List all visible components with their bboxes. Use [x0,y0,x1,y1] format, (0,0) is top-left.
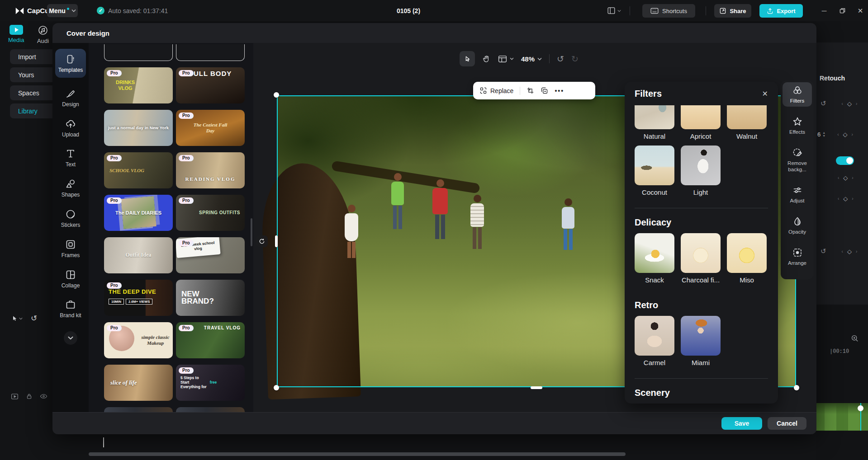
rail-item-frames[interactable]: Frames [55,239,86,259]
template-thumb-blank[interactable] [104,44,173,61]
share-button[interactable]: Share [714,4,751,18]
template-thumb-spring[interactable]: ProSPRING OUTFITS [176,195,245,231]
stepper-arrows-icon[interactable]: ▲▼ [822,131,825,137]
keyframe-diamond-icon[interactable]: ◇ [843,195,848,202]
right-rail-adjust[interactable]: Adjust [783,182,812,207]
sidebar-item-import[interactable]: Import [10,49,59,64]
lock-icon[interactable] [26,393,33,400]
filter-item-miso[interactable]: Miso [727,233,767,284]
reset-icon[interactable]: ↺ [821,99,826,108]
template-thumb-fall[interactable]: ProThe Coziest Fall Day [176,110,245,146]
menu-button[interactable]: Menu [47,4,78,17]
template-thumb-exam[interactable]: Proexam week school vlog [176,237,245,273]
selection-handle-left[interactable] [275,235,278,247]
window-close-button[interactable]: ✕ [856,0,865,21]
template-thumb-slice[interactable]: slice of life [104,365,173,401]
duplicate-button[interactable] [541,87,548,94]
template-thumb-fullbody[interactable]: ProFULL BODY [176,67,245,103]
selection-handle-bottom-left[interactable] [274,385,279,390]
prev-keyframe-icon[interactable]: ‹ [838,175,839,180]
more-options-button[interactable]: ••• [555,87,564,94]
keyframe-diamond-icon[interactable]: ◇ [847,100,852,107]
select-tool-button[interactable] [460,51,475,66]
rail-item-text[interactable]: Text [55,148,86,168]
sidebar-item-yours[interactable]: Yours [10,67,59,82]
template-thumb-drinks[interactable]: ProDRINKS VLOG [104,67,173,103]
filter-item-coconut[interactable]: Coconut [635,146,674,196]
rotate-handle[interactable] [256,235,268,247]
template-thumb-deepdive[interactable]: ProTHE DEEP DIVE10MIN2.6M+ VIEWS [104,280,173,316]
filter-item-light[interactable]: Light [681,146,721,196]
next-keyframe-icon[interactable]: › [856,101,857,106]
next-keyframe-icon[interactable]: › [856,249,857,254]
template-thumb-steps[interactable]: Pro5 Steps to Start Everything forfree [176,365,245,401]
tab-audio[interactable]: Audi [37,25,49,44]
filter-item-carmel[interactable]: Carmel [635,316,674,366]
timeline-clip[interactable] [813,403,868,431]
rail-item-collage[interactable]: Collage [55,269,86,289]
template-thumb-cut[interactable] [104,407,173,412]
template-scrollbar[interactable] [251,218,252,246]
rail-item-stickers[interactable]: Stickers [55,209,86,229]
value-stepper[interactable]: 6 ▲▼ [817,131,825,138]
timeline-zoom-button[interactable] [850,334,859,343]
redo-button[interactable]: ↻ [571,54,579,64]
selection-handle-bottom[interactable] [531,386,542,389]
export-button[interactable]: Export [759,4,803,18]
layout-toggle-button[interactable] [607,0,621,21]
sidebar-item-library[interactable]: Library [10,103,59,118]
template-thumb-newyork[interactable]: just a normal day in New York [104,110,173,146]
rail-item-templates[interactable]: Templates [55,49,86,78]
save-button[interactable]: Save [721,417,762,430]
window-restore-button[interactable] [838,0,847,21]
keyframe-diamond-icon[interactable]: ◇ [843,131,848,138]
template-thumb-cut[interactable] [176,407,245,412]
zoom-level-control[interactable]: 48% [521,55,542,63]
preview-track-icon[interactable] [11,393,19,400]
view-layout-button[interactable] [498,55,514,63]
template-thumb-travel[interactable]: ProTRAVEL VLOG [176,322,245,358]
toggle-switch-on[interactable] [836,156,854,165]
next-keyframe-icon[interactable]: › [852,132,853,137]
right-rail-removebg[interactable]: Remove backg... [783,145,812,175]
eye-icon[interactable] [40,393,47,399]
template-thumb-newbrand[interactable]: NEW BRAND? [176,280,245,316]
hand-tool-button[interactable] [482,55,491,63]
rail-item-upload[interactable]: Upload [55,118,86,138]
cancel-button[interactable]: Cancel [768,417,806,430]
prev-keyframe-icon[interactable]: ‹ [842,249,843,254]
filter-item-miami[interactable]: Miami [681,316,721,366]
next-keyframe-icon[interactable]: › [852,196,853,201]
right-rail-opacity[interactable]: Opacity [783,213,812,238]
keyframe-diamond-icon[interactable]: ◇ [847,248,852,255]
template-thumb-reading[interactable]: ProREADING VLOG [176,152,245,188]
right-rail-filters[interactable]: Filters [783,82,812,107]
template-thumb-diaries[interactable]: ProThe DAILY DIARIES [104,195,173,231]
shortcuts-button[interactable]: Shortcuts [642,4,695,18]
template-thumb-blank[interactable] [176,44,245,61]
selection-handle-top-left[interactable] [274,92,279,98]
template-thumb-makeup[interactable]: Prosimple classic Makeup [104,322,173,358]
right-rail-arrange[interactable]: Arrange [783,244,812,269]
filter-item-snack[interactable]: Snack [635,233,674,284]
prev-keyframe-icon[interactable]: ‹ [838,196,839,201]
rail-item-brand[interactable]: Brand kit [55,299,86,319]
template-thumb-outfit[interactable]: Outfit Idea [104,237,173,273]
sidebar-item-spaces[interactable]: Spaces [10,85,59,100]
clip-handle[interactable] [858,405,863,411]
crop-button[interactable] [526,87,534,94]
horizontal-scrollbar[interactable] [89,452,626,456]
rail-item-shapes[interactable]: Shapes [55,178,86,198]
filter-item-charcoal[interactable]: Charcoal fi... [681,233,721,284]
undo-button[interactable]: ↺ [31,314,37,323]
window-minimize-button[interactable]: ─ [820,0,829,21]
undo-button[interactable]: ↺ [557,54,564,64]
rail-expand-button[interactable] [64,331,77,345]
select-tool-button[interactable] [11,315,23,322]
keyframe-diamond-icon[interactable]: ◇ [843,174,848,181]
tab-media[interactable]: Media [8,25,24,43]
prev-keyframe-icon[interactable]: ‹ [837,132,839,137]
replace-button[interactable]: Replace [479,87,513,94]
selection-handle-bottom-right[interactable] [794,385,799,390]
close-icon[interactable]: ✕ [762,89,768,98]
